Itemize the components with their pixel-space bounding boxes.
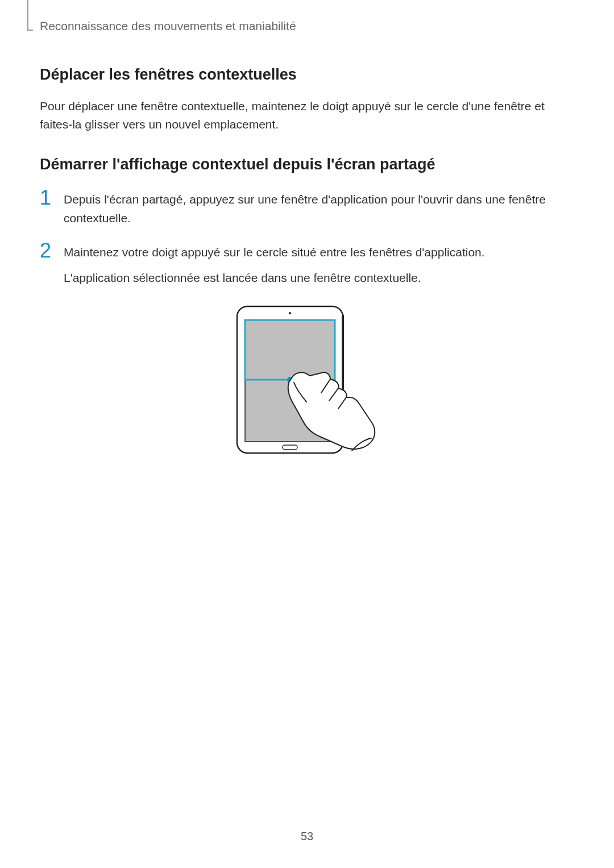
steps-list: 1 Depuis l'écran partagé, appuyez sur un… — [40, 187, 574, 287]
step-item: 1 Depuis l'écran partagé, appuyez sur un… — [40, 187, 574, 227]
svg-point-2 — [289, 312, 291, 314]
header-mark-decoration — [27, 0, 28, 31]
svg-rect-4 — [245, 320, 335, 380]
step-number: 2 — [40, 240, 64, 261]
step-sub-text: L'application sélectionnée est lancée da… — [64, 269, 485, 288]
breadcrumb: Reconnaissance des mouvements et maniabi… — [40, 19, 574, 33]
section-paragraph-move-popup: Pour déplacer une fenêtre contextuelle, … — [40, 97, 574, 133]
manual-page: Reconnaissance des mouvements et maniabi… — [0, 0, 614, 868]
illustration-container — [40, 303, 574, 485]
section-title-start-popup: Démarrer l'affichage contextuel depuis l… — [40, 156, 574, 173]
step-number: 1 — [40, 187, 64, 209]
section-title-move-popup: Déplacer les fenêtres contextuelles — [40, 66, 574, 84]
tablet-gesture-illustration — [230, 303, 384, 485]
page-number: 53 — [0, 830, 614, 843]
step-main-text: Maintenez votre doigt appuyé sur le cerc… — [64, 246, 485, 259]
step-item: 2 Maintenez votre doigt appuyé sur le ce… — [40, 240, 574, 287]
step-text: Maintenez votre doigt appuyé sur le cerc… — [64, 240, 485, 287]
step-text: Depuis l'écran partagé, appuyez sur une … — [64, 187, 574, 227]
